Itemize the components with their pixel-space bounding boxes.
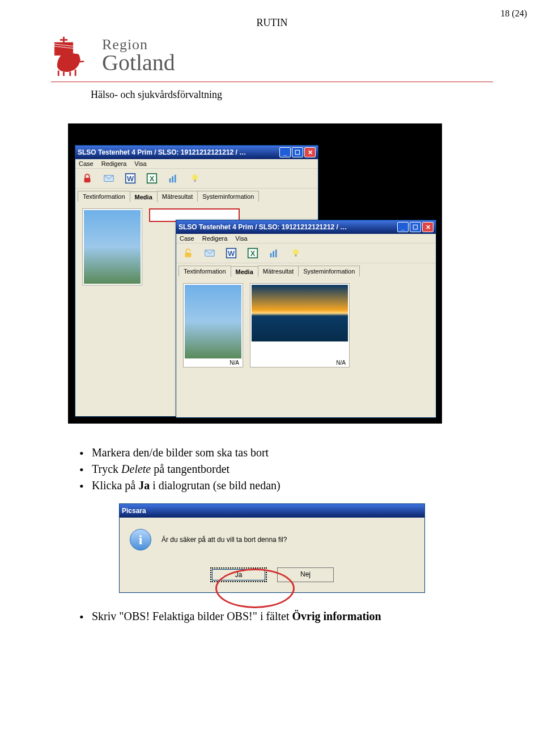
bullet-strong: Ja xyxy=(138,479,150,492)
tab-textinformation[interactable]: Textinformation xyxy=(78,191,130,202)
menu-visa[interactable]: Visa xyxy=(134,160,146,167)
menu-redigera[interactable]: Redigera xyxy=(202,235,228,242)
bullet-markera: Markera den/de bilder som ska tas bort xyxy=(79,446,493,459)
tabs-back: Textinformation Media Mätresultat System… xyxy=(75,189,318,202)
dialog-title: Picsara xyxy=(122,507,422,515)
divider xyxy=(51,82,493,82)
svg-rect-14 xyxy=(169,178,171,182)
bullet-list-1: Markera den/de bilder som ska tas bort T… xyxy=(79,446,493,492)
lock-icon[interactable] xyxy=(80,171,95,186)
close-button[interactable]: ✕ xyxy=(422,222,434,232)
toolbar-back: W X xyxy=(75,169,318,189)
bullet-text: på tangentbordet xyxy=(151,463,230,475)
toolbar-front: W X xyxy=(176,244,436,263)
tab-media[interactable]: Media xyxy=(231,266,258,277)
content-front: N/A N/A xyxy=(176,276,436,374)
dialog-body: i Är du säker på att du vill ta bort den… xyxy=(120,518,424,562)
dialog-picsara: Picsara i Är du säker på att du vill ta … xyxy=(119,503,425,593)
screenshot-app-windows: SLSO Testenhet 4 Prim / SLSO: 1912121212… xyxy=(68,123,442,424)
svg-rect-15 xyxy=(172,176,173,182)
svg-rect-8 xyxy=(84,178,91,182)
menubar-back: Case Redigera Visa xyxy=(75,159,318,169)
chart-icon[interactable] xyxy=(166,171,181,186)
thumbnail-tree[interactable] xyxy=(82,208,142,285)
logo: Region Gotland xyxy=(51,35,493,77)
bulb-icon[interactable] xyxy=(288,246,303,260)
svg-text:W: W xyxy=(228,249,235,258)
close-button[interactable]: ✕ xyxy=(304,147,316,157)
maximize-button[interactable]: ☐ xyxy=(292,147,303,157)
menu-redigera[interactable]: Redigera xyxy=(101,160,127,167)
window-title-back: SLSO Testenhet 4 Prim / SLSO: 1912121212… xyxy=(78,148,279,156)
svg-rect-27 xyxy=(275,250,277,258)
bullet-skriv-obs: Skriv "OBS! Felaktiga bilder OBS!" i fäl… xyxy=(79,610,493,623)
mail-icon[interactable] xyxy=(202,246,217,260)
word-icon[interactable]: W xyxy=(224,246,239,260)
tabs-front: Textinformation Media Mätresultat System… xyxy=(176,263,436,276)
dialog-buttons: Ja Nej xyxy=(120,562,424,592)
dialog-titlebar: Picsara xyxy=(120,504,424,518)
svg-rect-18 xyxy=(194,180,196,182)
svg-rect-29 xyxy=(295,255,296,257)
bullet-text: Klicka på xyxy=(92,479,138,492)
info-icon: i xyxy=(130,529,151,550)
menu-case[interactable]: Case xyxy=(79,160,94,167)
maximize-button[interactable]: ☐ xyxy=(410,222,421,232)
thumbnail-sunset[interactable]: N/A xyxy=(250,283,350,368)
screenshot-dialog: Picsara i Är du säker på att du vill ta … xyxy=(119,503,425,593)
thumbnail-label: N/A xyxy=(252,358,348,366)
thumbnail-tree[interactable]: N/A xyxy=(183,283,243,368)
bullet-klicka-ja: Klicka på Ja i dialogrutan (se bild neda… xyxy=(79,479,493,492)
minimize-button[interactable]: _ xyxy=(279,147,291,157)
ja-button[interactable]: Ja xyxy=(210,567,267,582)
bullet-text: Tryck xyxy=(92,463,121,475)
chart-icon[interactable] xyxy=(267,246,282,260)
svg-text:X: X xyxy=(250,249,256,258)
dialog-message: Är du säker på att du vill ta bort denna… xyxy=(162,536,287,544)
logo-gotland: Gotland xyxy=(102,52,175,74)
thumbnail-label: N/A xyxy=(185,358,241,366)
bullet-emphasis: Delete xyxy=(121,463,151,475)
svg-text:X: X xyxy=(150,174,155,183)
bulb-icon[interactable] xyxy=(188,171,202,186)
svg-point-28 xyxy=(293,249,299,255)
window-title-front: SLSO Testenhet 4 Prim / SLSO: 1912121212… xyxy=(178,223,397,231)
menu-case[interactable]: Case xyxy=(180,235,194,242)
bullet-strong: Övrig information xyxy=(292,610,381,622)
mail-icon[interactable] xyxy=(101,171,116,186)
word-icon[interactable]: W xyxy=(123,171,138,186)
excel-icon[interactable]: X xyxy=(245,246,260,260)
page-number: 18 (24) xyxy=(500,8,527,19)
svg-rect-26 xyxy=(273,251,274,257)
tab-media[interactable]: Media xyxy=(130,191,158,202)
tab-matresultat[interactable]: Mätresultat xyxy=(258,266,299,276)
unlock-icon[interactable] xyxy=(181,246,196,260)
bullet-text: Markera den/de bilder som ska tas bort xyxy=(92,446,269,459)
header-label: RUTIN xyxy=(51,17,493,29)
bullet-list-2: Skriv "OBS! Felaktiga bilder OBS!" i fäl… xyxy=(79,610,493,623)
menu-visa[interactable]: Visa xyxy=(235,235,247,242)
logo-text: Region Gotland xyxy=(102,38,175,74)
svg-rect-25 xyxy=(270,253,272,257)
titlebar-back: SLSO Testenhet 4 Prim / SLSO: 1912121212… xyxy=(75,146,318,159)
excel-icon[interactable]: X xyxy=(144,171,159,186)
region-gotland-logo-icon xyxy=(51,35,94,77)
menubar-front: Case Redigera Visa xyxy=(176,234,436,244)
svg-rect-16 xyxy=(175,175,176,183)
bullet-text: i dialogrutan (se bild nedan) xyxy=(150,479,280,492)
tab-systeminformation[interactable]: Systeminformation xyxy=(197,191,259,202)
bullet-text: Skriv "OBS! Felaktiga bilder OBS!" i fäl… xyxy=(92,610,292,622)
nej-button[interactable]: Nej xyxy=(277,567,334,582)
tab-matresultat[interactable]: Mätresultat xyxy=(157,191,198,202)
department: Hälso- och sjukvårdsförvaltning xyxy=(91,89,493,101)
window-front: SLSO Testenhet 4 Prim / SLSO: 1912121212… xyxy=(176,220,436,418)
tab-textinformation[interactable]: Textinformation xyxy=(178,266,231,276)
bullet-tryck-delete: Tryck Delete på tangentbordet xyxy=(79,463,493,476)
svg-text:W: W xyxy=(127,174,134,183)
titlebar-front: SLSO Testenhet 4 Prim / SLSO: 1912121212… xyxy=(176,220,436,234)
svg-rect-19 xyxy=(185,253,192,257)
svg-point-3 xyxy=(73,54,79,60)
svg-point-17 xyxy=(192,174,198,180)
tab-systeminformation[interactable]: Systeminformation xyxy=(298,266,360,276)
minimize-button[interactable]: _ xyxy=(397,222,409,232)
